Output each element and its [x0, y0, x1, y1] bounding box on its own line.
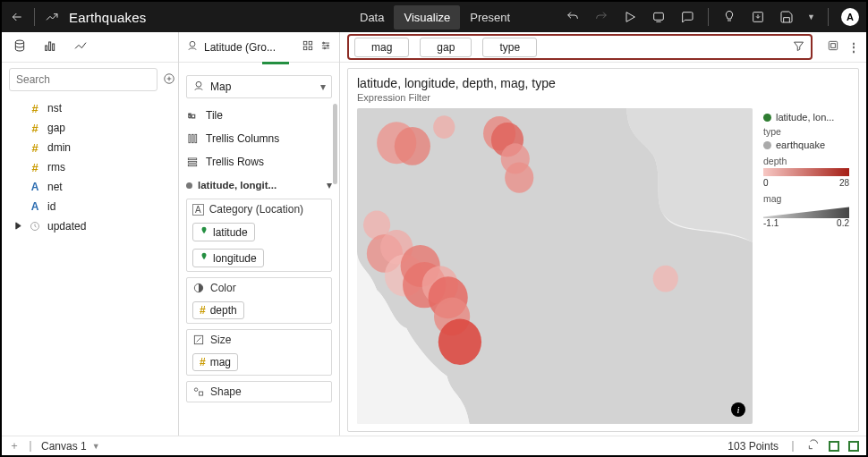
grid-view-icon[interactable] — [848, 441, 859, 452]
filter-pill-gap[interactable]: gap — [420, 38, 472, 57]
idea-icon[interactable] — [721, 9, 737, 25]
viz-subtitle: Expression Filter — [357, 92, 849, 103]
pill-mag[interactable]: #mag — [192, 353, 238, 371]
field-nst[interactable]: #nst — [2, 98, 178, 118]
svg-rect-1 — [654, 13, 664, 20]
settings-icon[interactable] — [319, 39, 332, 55]
text-icon: A — [29, 181, 41, 193]
field-net[interactable]: Anet — [2, 177, 178, 197]
filter-pill-type[interactable]: type — [482, 38, 537, 57]
auto-viz-icon[interactable] — [302, 39, 314, 55]
data-panel-icon[interactable] — [13, 38, 27, 55]
more-icon[interactable]: ⋮ — [848, 41, 859, 54]
drop-trellis-rows[interactable]: Trellis Rows — [186, 150, 332, 173]
chevron-down-icon: ▾ — [320, 80, 326, 93]
viz-panel-icon[interactable] — [43, 38, 57, 55]
svg-rect-24 — [188, 161, 196, 163]
avatar[interactable]: A — [841, 8, 859, 26]
field-updated[interactable]: updated — [2, 216, 178, 236]
chevron-down-icon[interactable]: ▼ — [92, 442, 100, 451]
reset-icon[interactable] — [807, 438, 820, 453]
svg-rect-25 — [188, 165, 196, 166]
app-title: Earthquakes — [69, 10, 146, 25]
field-gap[interactable]: #gap — [2, 118, 178, 138]
pill-longitude[interactable]: longitude — [192, 249, 264, 267]
svg-text:5□: 5□ — [188, 113, 195, 119]
field-id[interactable]: Aid — [2, 197, 178, 216]
map-viz-icon — [192, 80, 205, 95]
hash-icon: # — [29, 161, 41, 174]
shelf-title: Latitude (Gro... — [204, 41, 296, 54]
svg-rect-14 — [309, 47, 312, 50]
text-icon: A — [29, 200, 41, 213]
field-rms[interactable]: #rms — [2, 157, 178, 177]
size-section[interactable]: Size #mag — [186, 329, 332, 376]
fullscreen-icon[interactable] — [829, 441, 839, 452]
pill-depth[interactable]: #depth — [192, 301, 244, 319]
svg-rect-29 — [200, 392, 203, 395]
filter-icon[interactable] — [792, 39, 805, 55]
svg-point-49 — [438, 319, 481, 365]
tab-present[interactable]: Present — [460, 5, 520, 30]
depth-gradient — [763, 168, 849, 176]
shape-section[interactable]: Shape — [186, 381, 332, 402]
filter-bar-highlight: mag gap type — [347, 34, 813, 60]
scrollbar[interactable] — [333, 104, 337, 184]
save-icon[interactable] — [779, 9, 795, 25]
canvas-tab[interactable]: Canvas 1 — [41, 440, 87, 453]
color-section[interactable]: Color #depth — [186, 277, 332, 324]
text-type-icon: A — [192, 204, 204, 216]
chevron-down-icon[interactable]: ▾ — [327, 179, 332, 191]
svg-point-28 — [194, 388, 198, 392]
analytics-panel-icon[interactable] — [73, 38, 88, 55]
tab-data[interactable]: Data — [350, 5, 394, 30]
viz-type-select[interactable]: Map ▾ — [186, 75, 332, 98]
redo-icon[interactable] — [593, 9, 609, 25]
svg-rect-6 — [53, 44, 55, 50]
field-dmin[interactable]: #dmin — [2, 138, 178, 157]
search-input[interactable] — [9, 68, 157, 91]
svg-rect-4 — [46, 46, 47, 50]
info-icon[interactable]: i — [731, 402, 745, 417]
add-canvas-icon[interactable]: ＋ — [9, 438, 20, 453]
svg-marker-8 — [16, 223, 21, 229]
hash-icon: # — [29, 102, 41, 115]
undo-icon[interactable] — [565, 9, 581, 25]
workbook-icon — [44, 9, 60, 25]
svg-point-18 — [196, 81, 201, 87]
legend-dot-icon — [763, 141, 771, 149]
preview-icon[interactable] — [622, 9, 638, 25]
drop-trellis-cols[interactable]: Trellis Columns — [186, 127, 332, 150]
svg-rect-5 — [49, 42, 51, 50]
viz-title: latitude, longitude, depth, mag, type — [357, 76, 849, 90]
category-section[interactable]: ACategory (Location) latitude longitude — [186, 199, 332, 272]
layer-title: latitude, longit... — [198, 180, 277, 190]
back-icon[interactable] — [9, 9, 25, 25]
refresh-icon[interactable] — [651, 9, 667, 25]
points-count: 103 Points — [728, 440, 779, 453]
map-svg — [357, 108, 753, 424]
map[interactable]: i — [357, 108, 753, 424]
svg-point-10 — [190, 41, 195, 47]
svg-marker-0 — [626, 13, 634, 22]
svg-point-34 — [395, 127, 430, 165]
svg-rect-20 — [189, 134, 191, 142]
svg-rect-22 — [195, 134, 197, 142]
svg-point-3 — [15, 40, 23, 44]
legend-dot-icon — [763, 114, 771, 122]
hash-icon: # — [29, 141, 41, 155]
hash-icon: # — [200, 356, 206, 368]
drop-tile[interactable]: 5□Tile — [186, 104, 332, 127]
size-icon — [192, 334, 205, 346]
svg-rect-13 — [303, 47, 307, 50]
tab-visualize[interactable]: Visualize — [394, 5, 460, 30]
apply-icon[interactable] — [827, 39, 839, 55]
svg-rect-31 — [831, 44, 836, 48]
export-icon[interactable] — [750, 9, 766, 25]
viz-card[interactable]: latitude, longitude, depth, mag, type Ex… — [347, 68, 859, 432]
filter-pill-mag[interactable]: mag — [354, 38, 409, 57]
svg-rect-23 — [188, 158, 196, 160]
add-icon[interactable] — [163, 72, 175, 88]
pill-latitude[interactable]: latitude — [192, 223, 255, 241]
comment-icon[interactable] — [679, 9, 695, 25]
